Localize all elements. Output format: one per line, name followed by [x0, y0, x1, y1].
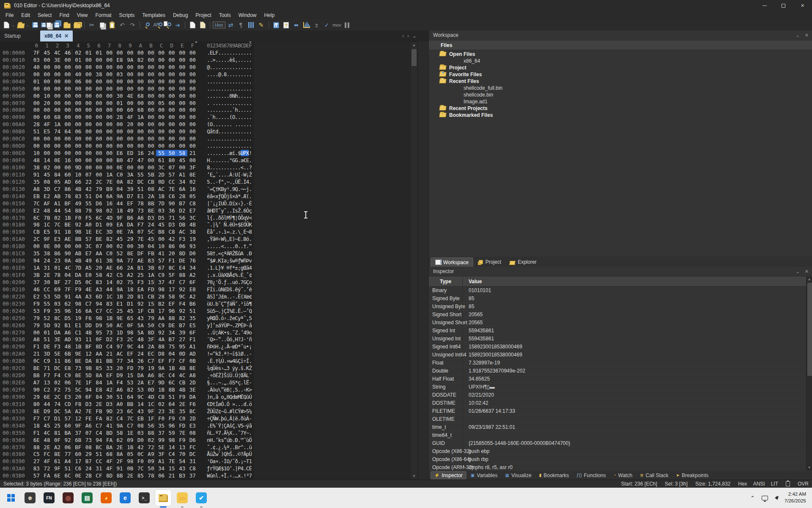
- hex-byte[interactable]: 1B: [104, 315, 115, 321]
- hex-byte[interactable]: 50: [146, 465, 156, 472]
- hex-byte[interactable]: 02: [146, 437, 156, 443]
- hex-byte[interactable]: 5C: [73, 387, 83, 393]
- hex-byte[interactable]: C8: [187, 465, 198, 472]
- hex-byte[interactable]: 00: [187, 107, 198, 113]
- hex-byte[interactable]: 17: [156, 308, 167, 314]
- hex-byte[interactable]: 51: [31, 128, 42, 135]
- hex-byte[interactable]: 14: [135, 401, 146, 407]
- hex-byte[interactable]: 37: [156, 279, 167, 285]
- hex-byte[interactable]: 01: [42, 329, 52, 336]
- hex-byte[interactable]: DA: [73, 272, 83, 278]
- hex-byte[interactable]: 9E: [115, 315, 125, 321]
- hex-byte[interactable]: 00: [187, 93, 198, 99]
- hex-byte[interactable]: 43: [177, 465, 187, 472]
- hex-byte[interactable]: 30: [104, 394, 115, 400]
- tree-item-shellcode-full-bin[interactable]: shellcode_full.bin: [429, 85, 812, 91]
- hex-byte[interactable]: 30: [42, 279, 52, 285]
- hex-byte[interactable]: 00: [94, 64, 104, 70]
- ascii-text[interactable]: )n,ã o„0QdœMËQùÚ: [207, 394, 252, 400]
- hex-byte[interactable]: 55: [83, 200, 94, 207]
- hex-byte[interactable]: 00: [167, 57, 177, 63]
- verify-button[interactable]: ✓: [322, 20, 332, 30]
- hex-byte[interactable]: 0E: [115, 229, 125, 235]
- hex-byte[interactable]: 45: [177, 157, 187, 163]
- hex-byte[interactable]: 3F: [146, 336, 156, 342]
- inspector-row-dostime[interactable]: DOSTIME10:02:42: [429, 399, 806, 407]
- hex-byte[interactable]: 97: [115, 343, 125, 350]
- ascii-text[interactable]: âHDTˆy˜..IsŽ.6Òç: [207, 207, 252, 214]
- hex-byte[interactable]: E8: [63, 365, 73, 371]
- hex-byte[interactable]: 00: [94, 157, 104, 163]
- tray-chevron-icon[interactable]: ⌃: [750, 495, 755, 501]
- ascii-text[interactable]: ..>.....èš‚.....: [207, 57, 252, 63]
- hex-byte[interactable]: 28: [156, 293, 167, 300]
- hex-byte[interactable]: 22: [83, 179, 94, 185]
- hex-byte[interactable]: E6: [115, 150, 125, 156]
- hex-byte[interactable]: C2: [42, 387, 52, 393]
- hex-byte[interactable]: C4: [167, 451, 177, 457]
- hex-byte[interactable]: 69: [52, 286, 63, 293]
- hex-byte[interactable]: F1: [31, 430, 42, 436]
- hex-byte[interactable]: 3E: [52, 336, 63, 342]
- hex-byte[interactable]: 88: [167, 315, 177, 321]
- hex-byte[interactable]: 21: [104, 351, 115, 357]
- inspector-row-opcode-x86-64-[interactable]: Opcode (X86-64)push rbp: [429, 456, 806, 464]
- hex-byte[interactable]: 9B: [94, 315, 104, 321]
- hex-byte[interactable]: A7: [31, 379, 42, 386]
- hex-byte[interactable]: 00: [94, 121, 104, 127]
- hex-byte[interactable]: 00: [115, 128, 125, 135]
- hex-byte[interactable]: 00: [83, 157, 94, 163]
- hex-byte[interactable]: 00: [135, 64, 146, 70]
- hex-byte[interactable]: 00: [63, 135, 73, 142]
- ascii-text[interactable]: |¯¡¿IUÖ.Dïx‹}.·È: [207, 200, 252, 207]
- hex-byte[interactable]: 20: [94, 265, 104, 271]
- hex-byte[interactable]: 25: [135, 272, 146, 278]
- hex-byte[interactable]: 8D: [146, 329, 156, 336]
- hex-byte[interactable]: 9A: [115, 286, 125, 293]
- hex-byte[interactable]: C4: [115, 415, 125, 422]
- ascii-text[interactable]: nH.’ks”úb.Ð.™˜ùÖ: [207, 437, 252, 443]
- hex-byte[interactable]: E8: [94, 387, 104, 393]
- hex-byte[interactable]: 88: [146, 430, 156, 436]
- hex-byte[interactable]: 0D: [146, 387, 156, 393]
- hex-byte[interactable]: FD: [146, 286, 156, 293]
- hex-byte[interactable]: 96: [167, 422, 177, 429]
- hex-byte[interactable]: 00: [187, 143, 198, 149]
- hex-byte[interactable]: 00: [31, 86, 42, 92]
- hex-byte[interactable]: AC: [156, 186, 167, 192]
- hex-byte[interactable]: 5F: [167, 272, 177, 278]
- hex-byte[interactable]: 25: [115, 308, 125, 314]
- hex-byte[interactable]: 07: [94, 243, 104, 249]
- hex-byte[interactable]: A8: [31, 186, 42, 192]
- hex-byte[interactable]: 00: [167, 64, 177, 70]
- hex-byte[interactable]: E7: [187, 207, 198, 214]
- hex-byte[interactable]: 04: [115, 186, 125, 192]
- hex-byte[interactable]: BE: [63, 221, 73, 228]
- hex-byte[interactable]: 06: [156, 472, 167, 479]
- hex-byte[interactable]: 28: [115, 114, 125, 120]
- hex-byte[interactable]: 00: [177, 57, 187, 63]
- hex-byte[interactable]: A6: [63, 329, 73, 336]
- hex-byte[interactable]: 09: [104, 221, 115, 228]
- hex-byte[interactable]: 06: [63, 379, 73, 386]
- hex-byte[interactable]: 8E: [146, 207, 156, 214]
- hex-byte[interactable]: 6B: [73, 437, 83, 443]
- highlight-button[interactable]: ✎: [257, 20, 266, 30]
- open-file-dropdown[interactable]: ⌄: [25, 20, 30, 30]
- hex-byte[interactable]: C7: [94, 422, 104, 429]
- hex-byte[interactable]: 08: [42, 179, 52, 185]
- hex-byte[interactable]: D7: [125, 193, 135, 199]
- hex-byte[interactable]: 60: [125, 107, 135, 113]
- hex-byte[interactable]: 75: [125, 279, 135, 285]
- inspector-row-unsigned-byte[interactable]: Unsigned Byte85: [429, 303, 806, 311]
- network-display-icon[interactable]: [762, 496, 768, 500]
- hex-byte[interactable]: 6F: [83, 394, 94, 400]
- hex-byte[interactable]: 00: [177, 107, 187, 113]
- hex-byte[interactable]: 00: [52, 107, 63, 113]
- hex-byte[interactable]: 15: [146, 279, 156, 285]
- hex-byte[interactable]: F0: [73, 215, 83, 221]
- hex-byte[interactable]: AC: [115, 322, 125, 329]
- hex-byte[interactable]: 8E: [73, 372, 83, 378]
- hex-byte[interactable]: 76: [187, 257, 198, 264]
- menu-format[interactable]: Format: [92, 11, 115, 19]
